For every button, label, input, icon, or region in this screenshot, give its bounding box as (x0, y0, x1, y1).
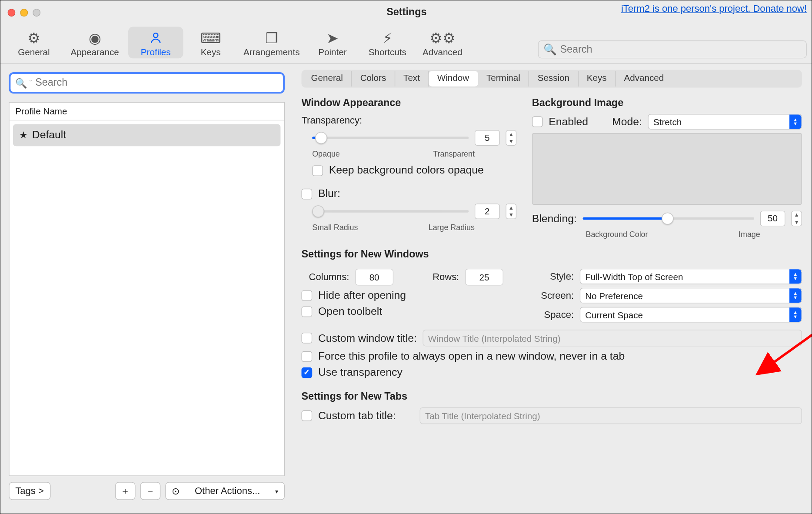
space-select[interactable]: Current Space▲▼ (580, 307, 802, 323)
transparency-stepper[interactable]: ▲▼ (506, 130, 516, 146)
keep-bg-opaque-label: Keep background colors opaque (329, 164, 484, 177)
space-label: Space: (532, 309, 574, 320)
titlebar: Settings iTerm2 is one person's project.… (0, 0, 812, 24)
subtab-advanced[interactable]: Advanced (616, 71, 672, 87)
search-icon: 🔍 (15, 77, 27, 89)
subtab-terminal[interactable]: Terminal (478, 71, 529, 87)
blending-stepper[interactable]: ▲▼ (791, 211, 802, 227)
hide-after-open-checkbox[interactable] (301, 290, 312, 301)
blur-slider[interactable] (312, 210, 469, 212)
toolbar-tab-shortcuts[interactable]: ⚡︎Shortcuts (360, 27, 415, 58)
toolbar-tab-pointer[interactable]: ➤Pointer (305, 27, 360, 58)
chevron-down-icon: ▾ (275, 487, 278, 494)
blending-value[interactable]: 50 (760, 211, 785, 227)
section-window-appearance: Window Appearance (301, 97, 516, 109)
subtab-colors[interactable]: Colors (352, 71, 395, 87)
profile-settings-panel: General Colors Text Window Terminal Sess… (293, 64, 812, 506)
profile-name: Default (32, 129, 66, 141)
profile-list-header: Profile Name (10, 103, 284, 120)
preferences-toolbar: ⚙︎General ◉Appearance Profiles ⌨︎Keys ❐A… (0, 24, 812, 64)
search-icon: 🔍 (543, 43, 556, 56)
custom-window-title-checkbox[interactable] (301, 333, 312, 344)
subtab-keys[interactable]: Keys (579, 71, 616, 87)
transparency-value[interactable]: 5 (475, 130, 500, 146)
toolbar-tab-keys[interactable]: ⌨︎Keys (183, 27, 238, 58)
section-new-tabs: Settings for New Tabs (301, 391, 802, 402)
custom-window-title-input[interactable]: Window Title (Interpolated String) (423, 330, 802, 346)
eye-icon: ◉ (63, 29, 127, 47)
chevron-updown-icon: ▲▼ (789, 288, 801, 303)
remove-profile-button[interactable]: － (140, 482, 161, 500)
profile-subtabs: General Colors Text Window Terminal Sess… (301, 70, 802, 87)
subtab-text[interactable]: Text (395, 71, 429, 87)
style-label: Style: (532, 271, 574, 282)
close-window-button[interactable] (7, 9, 15, 17)
rows-input[interactable]: 25 (465, 269, 503, 285)
screen-select[interactable]: No Preference▲▼ (580, 288, 802, 304)
chevron-updown-icon: ▲▼ (789, 307, 801, 322)
blur-label: Blur: (318, 187, 340, 200)
window-title: Settings (386, 7, 426, 18)
blur-checkbox[interactable] (301, 188, 312, 199)
bg-enabled-checkbox[interactable] (532, 117, 543, 127)
toolbar-tab-profiles[interactable]: Profiles (128, 27, 183, 58)
columns-label: Columns: (301, 272, 349, 283)
toolbar-search-input[interactable] (560, 43, 801, 55)
custom-tab-title-checkbox[interactable] (301, 411, 312, 421)
subtab-general[interactable]: General (303, 71, 352, 87)
blending-label: Blending: (532, 212, 577, 225)
chevron-down-icon: ˇ (30, 80, 32, 86)
window-traffic-lights (0, 9, 40, 17)
ellipsis-icon: ⊙ (172, 485, 180, 497)
bg-mode-label: Mode: (612, 115, 642, 128)
toolbar-tab-advanced[interactable]: ⚙︎⚙︎Advanced (415, 27, 470, 58)
use-transparency-checkbox[interactable]: ✓ (301, 367, 312, 378)
keyboard-icon: ⌨︎ (184, 29, 237, 47)
section-bg-image: Background Image (532, 97, 802, 109)
svg-point-0 (153, 33, 158, 37)
custom-window-title-label: Custom window title: (318, 332, 417, 344)
profile-search[interactable]: 🔍 ˇ (9, 72, 285, 93)
profile-row-default[interactable]: ★ Default (13, 124, 281, 146)
transparency-label: Transparency: (301, 115, 362, 125)
gears-icon: ⚙︎⚙︎ (416, 29, 469, 47)
bg-enabled-label: Enabled (549, 115, 588, 128)
bg-mode-select[interactable]: Stretch ▲▼ (648, 114, 802, 130)
tags-button[interactable]: Tags > (9, 482, 50, 500)
bg-image-well[interactable] (532, 133, 802, 205)
blending-slider[interactable] (583, 217, 754, 220)
minimize-window-button[interactable] (20, 9, 28, 17)
toolbar-tab-arrangements[interactable]: ❐Arrangements (238, 27, 305, 58)
toolbar-tab-general[interactable]: ⚙︎General (7, 27, 61, 58)
person-icon (130, 29, 182, 47)
blur-value[interactable]: 2 (475, 204, 500, 219)
star-icon: ★ (19, 130, 27, 141)
add-profile-button[interactable]: ＋ (115, 482, 136, 500)
chevron-updown-icon: ▲▼ (789, 114, 801, 129)
rows-label: Rows: (417, 272, 459, 283)
toolbar-tab-appearance[interactable]: ◉Appearance (61, 27, 128, 58)
donate-link[interactable]: iTerm2 is one person's project. Donate n… (621, 3, 807, 14)
transparency-slider[interactable] (312, 137, 469, 139)
subtab-window[interactable]: Window (429, 71, 478, 87)
custom-tab-title-label: Custom tab title: (318, 410, 414, 422)
subtab-session[interactable]: Session (529, 71, 578, 87)
profiles-sidebar: 🔍 ˇ Profile Name ★ Default Tags > ＋ － ⊙ … (0, 64, 293, 506)
profile-search-input[interactable] (35, 77, 278, 89)
open-toolbelt-checkbox[interactable] (301, 306, 312, 317)
style-select[interactable]: Full-Width Top of Screen▲▼ (580, 269, 802, 284)
toolbar-search[interactable]: 🔍 (538, 40, 807, 58)
custom-tab-title-input[interactable]: Tab Title (Interpolated String) (420, 407, 802, 424)
profile-list: Profile Name ★ Default (9, 102, 285, 476)
columns-input[interactable]: 80 (355, 269, 393, 285)
gear-icon: ⚙︎ (7, 29, 60, 47)
bolt-icon: ⚡︎ (361, 29, 414, 47)
section-new-windows: Settings for New Windows (301, 248, 802, 260)
windows-icon: ❐ (240, 29, 304, 47)
zoom-window-button[interactable] (33, 9, 40, 17)
screen-label: Screen: (532, 290, 574, 301)
other-actions-menu[interactable]: ⊙ Other Actions... ▾ (165, 482, 285, 500)
force-new-window-checkbox[interactable] (301, 351, 312, 362)
blur-stepper[interactable]: ▲▼ (506, 204, 516, 219)
keep-bg-opaque-checkbox[interactable] (312, 165, 323, 176)
